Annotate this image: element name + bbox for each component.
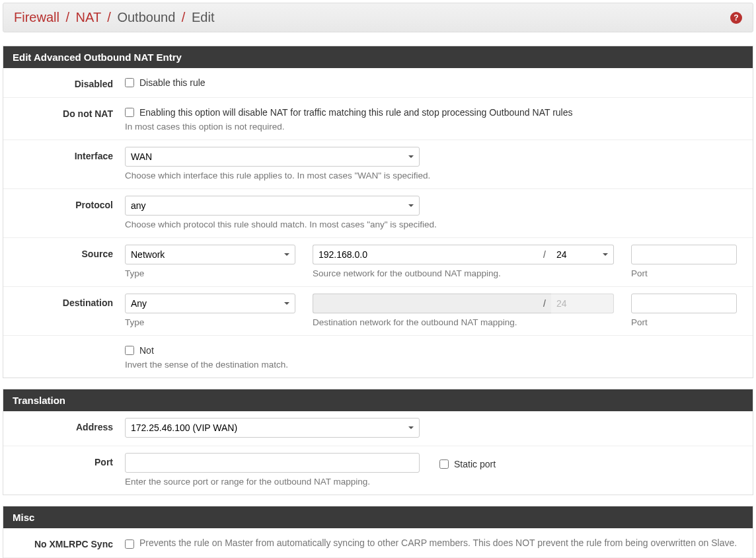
source-label: Source [13, 245, 125, 259]
destination-not-label: Not [139, 345, 154, 356]
breadcrumb-edit: Edit [192, 10, 214, 24]
edit-panel: Edit Advanced Outbound NAT Entry Disable… [3, 46, 753, 378]
cidr-slash: / [538, 294, 551, 313]
protocol-help: Choose which protocol this rule should m… [125, 219, 743, 229]
do-not-nat-help: In most cases this option is not require… [125, 122, 743, 132]
breadcrumb-outbound[interactable]: Outbound [117, 10, 175, 24]
misc-panel: Misc No XMLRPC Sync Prevents the rule on… [3, 506, 753, 558]
no-xmlrpc-text: Prevents the rule on Master from automat… [139, 538, 737, 548]
destination-address-input [313, 294, 538, 313]
edit-panel-heading: Edit Advanced Outbound NAT Entry [3, 46, 753, 68]
translation-panel-heading: Translation [3, 389, 753, 411]
translation-port-help: Enter the source port or range for the o… [125, 477, 743, 487]
cidr-slash: / [538, 245, 551, 264]
destination-label: Destination [13, 294, 125, 308]
destination-type-sublabel: Type [125, 317, 295, 327]
breadcrumb: Firewall / NAT / Outbound / Edit [14, 10, 214, 25]
protocol-select[interactable]: any [125, 196, 420, 216]
translation-port-label: Port [13, 453, 125, 467]
destination-type-select[interactable]: Any [125, 294, 295, 313]
interface-help: Choose which interface this rule applies… [125, 171, 743, 180]
misc-panel-heading: Misc [3, 506, 753, 528]
no-xmlrpc-label: No XMLRPC Sync [13, 535, 125, 549]
source-port-input[interactable] [631, 245, 737, 264]
disabled-label: Disabled [13, 75, 125, 89]
do-not-nat-checkbox[interactable] [125, 108, 134, 117]
translation-panel: Translation Address 172.25.46.100 (VIP W… [3, 389, 753, 495]
breadcrumb-firewall[interactable]: Firewall [14, 10, 59, 24]
protocol-label: Protocol [13, 196, 125, 210]
disabled-checkbox[interactable] [125, 78, 134, 87]
destination-port-input[interactable] [631, 294, 737, 313]
do-not-nat-checkbox-label: Enabling this option will disable NAT fo… [139, 107, 573, 118]
destination-mask-select: 24 [551, 294, 614, 313]
source-port-sublabel: Port [631, 268, 737, 278]
destination-not-checkbox[interactable] [125, 346, 134, 355]
translation-address-select[interactable]: 172.25.46.100 (VIP WAN) [125, 418, 420, 438]
source-type-sublabel: Type [125, 268, 295, 278]
disabled-checkbox-label: Disable this rule [139, 77, 206, 88]
interface-select[interactable]: WAN [125, 147, 420, 167]
static-port-checkbox[interactable] [439, 459, 449, 469]
translation-port-input[interactable] [125, 453, 420, 473]
breadcrumb-separator: / [65, 10, 69, 24]
page-header: Firewall / NAT / Outbound / Edit ? [3, 3, 753, 32]
destination-address-help: Destination network for the outbound NAT… [313, 317, 614, 327]
interface-label: Interface [13, 147, 125, 161]
source-address-help: Source network for the outbound NAT mapp… [313, 268, 614, 278]
destination-port-sublabel: Port [631, 317, 737, 327]
no-xmlrpc-checkbox[interactable] [125, 539, 134, 549]
breadcrumb-separator: / [182, 10, 186, 24]
translation-address-label: Address [13, 418, 125, 432]
help-icon[interactable]: ? [730, 12, 742, 24]
breadcrumb-separator: / [107, 10, 111, 24]
source-mask-select[interactable]: 24 [551, 245, 614, 264]
source-address-input[interactable] [313, 245, 538, 264]
destination-not-spacer [13, 342, 125, 346]
breadcrumb-nat[interactable]: NAT [76, 10, 101, 24]
source-type-select[interactable]: Network [125, 245, 295, 264]
static-port-label: Static port [454, 459, 496, 469]
destination-not-help: Invert the sense of the destination matc… [125, 360, 743, 370]
do-not-nat-label: Do not NAT [13, 104, 125, 119]
